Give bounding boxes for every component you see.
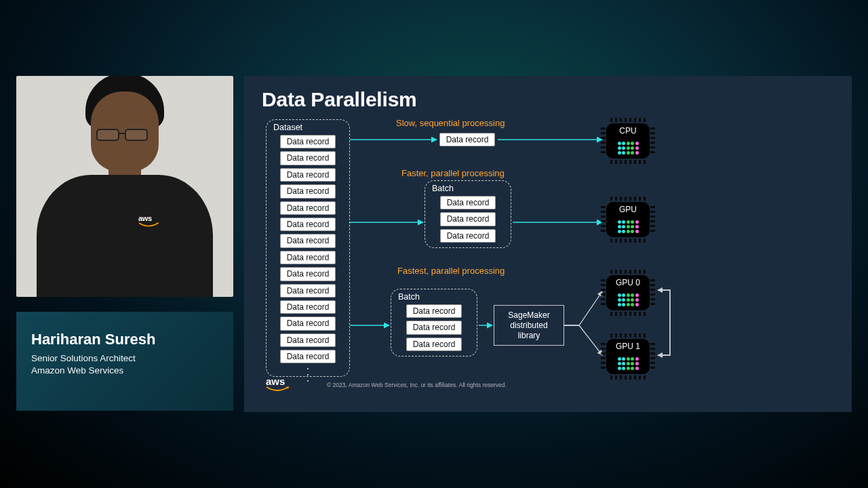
- sagemaker-box: SageMakerdistributedlibrary: [494, 305, 564, 346]
- gpu0-chip-label: GPU 0: [601, 278, 655, 287]
- dataset-label: Dataset: [273, 123, 302, 132]
- dataset-box: Dataset Data recordData recordData recor…: [266, 119, 350, 377]
- shirt-brand-text: aws: [138, 214, 152, 222]
- caption-faster: Faster, parallel processing: [401, 168, 505, 178]
- slide-title: Data Parallelism: [262, 88, 834, 111]
- speaker-video-card: aws: [16, 76, 233, 297]
- dataset-record: Data record: [280, 135, 336, 148]
- batch-label-row3: Batch: [398, 292, 420, 302]
- cpu-chip-icon: CPU: [601, 117, 655, 165]
- dataset-record: Data record: [280, 333, 336, 347]
- dataset-record: Data record: [280, 267, 336, 281]
- batch-record: Data record: [406, 304, 462, 318]
- batch-record: Data record: [440, 229, 496, 243]
- speaker-name: Hariharan Suresh: [31, 331, 218, 348]
- presentation-slide: Data Parallelism: [244, 76, 852, 412]
- gpu-chip-label: GPU: [601, 205, 655, 214]
- dataset-record: Data record: [280, 300, 336, 314]
- dataset-record: Data record: [280, 184, 336, 198]
- gpu1-chip-icon: GPU 1: [601, 332, 655, 381]
- dataset-record: Data record: [280, 151, 336, 165]
- caption-slow: Slow, sequential processing: [396, 118, 505, 128]
- speaker-title: Senior Solutions Architect: [31, 353, 136, 363]
- dataset-record: Data record: [280, 234, 336, 247]
- batch-record: Data record: [406, 321, 462, 334]
- speaker-lower-third: Hariharan Suresh Senior Solutions Archit…: [16, 312, 233, 411]
- aws-logo-icon: aws: [266, 376, 289, 393]
- slide-footer: aws © 2023, Amazon Web Services, Inc. or…: [262, 376, 507, 393]
- dataset-record: Data record: [280, 218, 336, 231]
- batch-record: Data record: [406, 338, 462, 351]
- speaker-silhouette: aws: [40, 102, 210, 297]
- dataset-record: Data record: [280, 168, 336, 182]
- batch-box-row2: Batch Data recordData recordData record: [425, 180, 511, 248]
- batch-label-row2: Batch: [432, 184, 454, 193]
- row1-record: Data record: [439, 133, 495, 146]
- gpu1-chip-label: GPU 1: [601, 342, 655, 351]
- speaker-org: Amazon Web Services: [31, 365, 123, 375]
- batch-record: Data record: [440, 196, 496, 209]
- dataset-record: Data record: [280, 284, 336, 298]
- batch-box-row3: Batch Data recordData recordData record: [391, 289, 477, 357]
- dataset-record: Data record: [280, 350, 336, 363]
- caption-fastest: Fastest, parallel processing: [397, 266, 505, 276]
- cpu-chip-label: CPU: [601, 126, 655, 136]
- dataset-record: Data record: [280, 317, 336, 330]
- footer-brand-text: aws: [266, 375, 285, 387]
- gpu0-chip-icon: GPU 0: [601, 268, 655, 317]
- copyright-text: © 2023, Amazon Web Services, Inc. or its…: [327, 382, 507, 388]
- dataset-record: Data record: [280, 251, 336, 264]
- dataset-record: Data record: [280, 201, 336, 215]
- aws-logo-icon: aws: [138, 214, 159, 228]
- gpu-chip-icon: GPU: [601, 195, 655, 244]
- batch-record: Data record: [440, 212, 496, 226]
- glasses-icon: [96, 129, 153, 141]
